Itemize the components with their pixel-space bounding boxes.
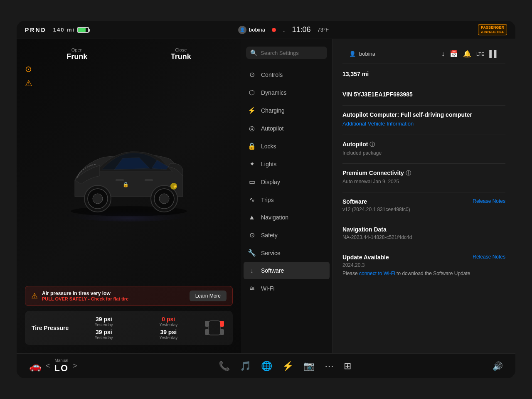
grid-icon[interactable]: ⊞ [344, 361, 351, 372]
menu-item-dynamics[interactable]: ⬡ Dynamics [241, 84, 332, 101]
temperature-display: 73°F [318, 27, 329, 33]
download-icon: ↓ [283, 27, 286, 33]
tire-fl-time: Yesterday [76, 323, 132, 327]
svg-text:⚡: ⚡ [172, 184, 178, 189]
svg-rect-14 [205, 321, 209, 327]
charging-icon: ⚡ [248, 106, 256, 114]
signal-bars-icon: ▌▌ [489, 50, 499, 58]
svg-rect-8 [116, 179, 124, 181]
music-icon[interactable]: 🎵 [240, 361, 251, 372]
mileage-value: 13,357 mi [342, 71, 505, 77]
recording-dot-icon [272, 28, 276, 32]
tire-rl: 39 psi Yesterday [76, 329, 132, 340]
car-bottom-icon: 🚗 [29, 360, 42, 372]
search-icon: 🔍 [250, 49, 257, 56]
bottom-bar: 🚗 < Manual LO > 📞 🎵 🌐 ⚡ 📷 ⋯ ⊞ 🔊 [17, 353, 515, 378]
menu-item-software[interactable]: ↓ Software [244, 262, 330, 279]
update-header-row: Update Available Release Notes [342, 254, 505, 262]
bottom-bar-center: 📞 🎵 🌐 ⚡ 📷 ⋯ ⊞ [219, 361, 351, 372]
bluetooth-icon[interactable]: ⚡ [282, 361, 293, 372]
mileage-section: 13,357 mi [342, 71, 505, 77]
frunk-button[interactable]: Open Frunk [66, 47, 87, 61]
settings-sidebar: 🔍 ⊙ Controls ⬡ Dynamics ⚡ Charging [241, 39, 332, 353]
connect-wifi-link[interactable]: connect to Wi-Fi [359, 271, 395, 276]
trunk-button[interactable]: Close Trunk [171, 47, 191, 61]
bottom-bar-right: 🔊 [493, 361, 503, 371]
software-version-value: v12 (2024.20.1 831cee498fc0) [342, 207, 505, 212]
header-user-avatar-icon: 👤 [349, 51, 356, 57]
tire-pressure-section: Tire Pressure 39 psi Yesterday 0 psi Yes… [25, 311, 233, 345]
safety-label: Safety [261, 232, 278, 239]
tire-fr-time: Yesterday [140, 323, 197, 327]
trips-icon: ∿ [248, 196, 256, 204]
display-icon: ▭ [248, 178, 256, 186]
service-label: Service [261, 250, 281, 256]
menu-item-safety[interactable]: ⊙ Safety [241, 226, 332, 244]
menu-item-trips[interactable]: ∿ Trips [241, 191, 332, 209]
autopilot-package-label: Autopilot ⓘ [342, 141, 505, 148]
trips-label: Trips [261, 197, 274, 203]
release-notes-link-2[interactable]: Release Notes [473, 254, 505, 260]
top-status-bar: PRND 140 mi 👤 bobina ↓ 11:06 73°F PASSEN… [17, 21, 515, 39]
release-notes-link-1[interactable]: Release Notes [473, 198, 505, 204]
svg-text:🔒: 🔒 [123, 181, 129, 187]
divider-6 [342, 220, 505, 220]
nav-mode-display: Manual LO [54, 358, 69, 374]
autopilot-section: Autopilot ⓘ Included package [342, 141, 505, 156]
menu-item-navigation[interactable]: ▲ Navigation [241, 209, 332, 226]
navigation-bottom-icon[interactable]: 🌐 [261, 361, 272, 372]
top-bar-center: 👤 bobina ↓ 11:06 73°F [238, 25, 329, 34]
tire-pressure-label: Tire Pressure [32, 325, 69, 331]
lights-icon: ✦ [248, 160, 256, 168]
learn-more-button[interactable]: Learn More [190, 291, 227, 301]
vin-label: VIN 5YJ3E1EA1PF693985 [342, 91, 505, 98]
battery-icon [77, 27, 89, 33]
more-icon[interactable]: ⋯ [325, 361, 334, 372]
nav-arrow-right-icon[interactable]: > [73, 362, 77, 370]
software-section: Software Release Notes v12 (2024.20.1 83… [342, 198, 505, 212]
calendar-icon: 📅 [450, 50, 458, 58]
tire-rl-time: Yesterday [76, 335, 132, 340]
software-icon: ↓ [248, 267, 256, 274]
settings-content: 👤 bobina ↓ 📅 🔔 LTE ▌▌ 13,357 mi [332, 39, 515, 353]
bottom-bar-left: 🚗 < Manual LO > [29, 358, 77, 374]
header-username: bobina [359, 51, 375, 57]
safety-icon: ⊙ [248, 231, 256, 239]
download-header-icon: ↓ [441, 50, 445, 58]
search-input[interactable] [261, 50, 323, 56]
warning-title: Air pressure in tires very low [42, 291, 185, 296]
search-bar[interactable]: 🔍 [241, 43, 332, 62]
premium-connectivity-label: Premium Connectivity ⓘ [342, 170, 505, 177]
additional-vehicle-info-link[interactable]: Additional Vehicle Information [342, 121, 414, 127]
nav-data-value: NA-2023.44-14828-c521f4dc4d [342, 234, 505, 240]
nav-arrow-left-icon[interactable]: < [46, 362, 50, 370]
svg-rect-13 [208, 321, 221, 335]
menu-item-autopilot[interactable]: ◎ Autopilot [241, 119, 332, 137]
menu-item-locks[interactable]: 🔒 Locks [241, 137, 332, 155]
update-version-value: 2024.20.3 [342, 262, 505, 268]
menu-item-service[interactable]: 🔧 Service [241, 244, 332, 262]
tesla-screen: PRND 140 mi 👤 bobina ↓ 11:06 73°F PASSEN… [17, 21, 515, 378]
menu-item-charging[interactable]: ⚡ Charging [241, 101, 332, 119]
menu-item-lights[interactable]: ✦ Lights [241, 155, 332, 173]
svg-point-4 [93, 194, 103, 204]
divider-3 [342, 135, 505, 135]
search-input-wrapper[interactable]: 🔍 [246, 47, 327, 59]
user-avatar-icon: 👤 [238, 26, 246, 34]
divider-4 [342, 163, 505, 164]
lights-label: Lights [261, 161, 276, 167]
wifi-download-notice: Please connect to Wi-Fi to download the … [342, 271, 505, 276]
volume-icon[interactable]: 🔊 [493, 362, 503, 371]
tire-rr: 39 psi Yesterday [140, 329, 197, 340]
tire-fl-psi: 39 psi [76, 316, 132, 323]
display-label: Display [261, 179, 280, 185]
camera-icon[interactable]: 📷 [303, 361, 315, 372]
nav-data-section: Navigation Data NA-2023.44-14828-c521f4d… [342, 226, 505, 240]
menu-item-wifi[interactable]: ≋ Wi-Fi [241, 279, 332, 297]
locks-icon: 🔒 [248, 142, 256, 150]
menu-item-display[interactable]: ▭ Display [241, 173, 332, 191]
autopilot-package-value: Included package [342, 150, 505, 156]
menu-item-controls[interactable]: ⊙ Controls [241, 66, 332, 84]
phone-icon[interactable]: 📞 [219, 361, 230, 372]
car-visualization: ⚡ 🔒 [50, 130, 208, 222]
